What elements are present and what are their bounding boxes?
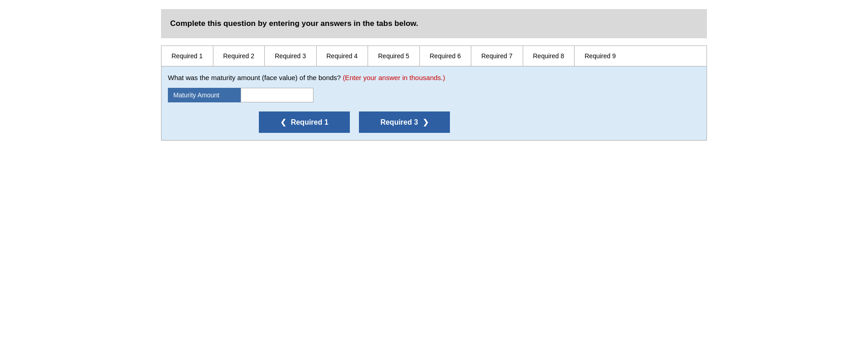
page-wrapper: Complete this question by entering your …: [152, 0, 716, 150]
header-instruction: Complete this question by entering your …: [170, 19, 698, 28]
prev-button[interactable]: Required 1: [259, 111, 350, 133]
chevron-left-icon: [280, 118, 286, 126]
tab-required-6[interactable]: Required 6: [420, 46, 472, 66]
tabs-container: Required 1 Required 2 Required 3 Require…: [161, 46, 707, 66]
header-banner: Complete this question by entering your …: [161, 9, 707, 38]
chevron-right-icon: [423, 118, 429, 126]
question-text: What was the maturity amount (face value…: [168, 74, 700, 81]
buttons-row: Required 1 Required 3: [168, 111, 700, 133]
tab-required-2[interactable]: Required 2: [213, 46, 265, 66]
question-highlight: (Enter your answer in thousands.): [343, 74, 445, 81]
tab-required-3[interactable]: Required 3: [265, 46, 317, 66]
maturity-amount-input-cell: [241, 88, 313, 102]
next-button-label: Required 3: [380, 118, 418, 126]
tab-required-5[interactable]: Required 5: [368, 46, 420, 66]
tab-required-8[interactable]: Required 8: [523, 46, 575, 66]
question-main-text: What was the maturity amount (face value…: [168, 74, 341, 81]
maturity-amount-input[interactable]: [241, 88, 313, 102]
next-button[interactable]: Required 3: [359, 111, 450, 133]
prev-button-label: Required 1: [291, 118, 328, 126]
input-row: Maturity Amount: [168, 88, 700, 102]
tab-required-7[interactable]: Required 7: [471, 46, 523, 66]
tab-required-1[interactable]: Required 1: [161, 46, 213, 66]
tab-required-9[interactable]: Required 9: [575, 46, 626, 66]
maturity-amount-label: Maturity Amount: [168, 88, 241, 102]
tab-required-4[interactable]: Required 4: [317, 46, 368, 66]
question-area: What was the maturity amount (face value…: [161, 66, 707, 141]
